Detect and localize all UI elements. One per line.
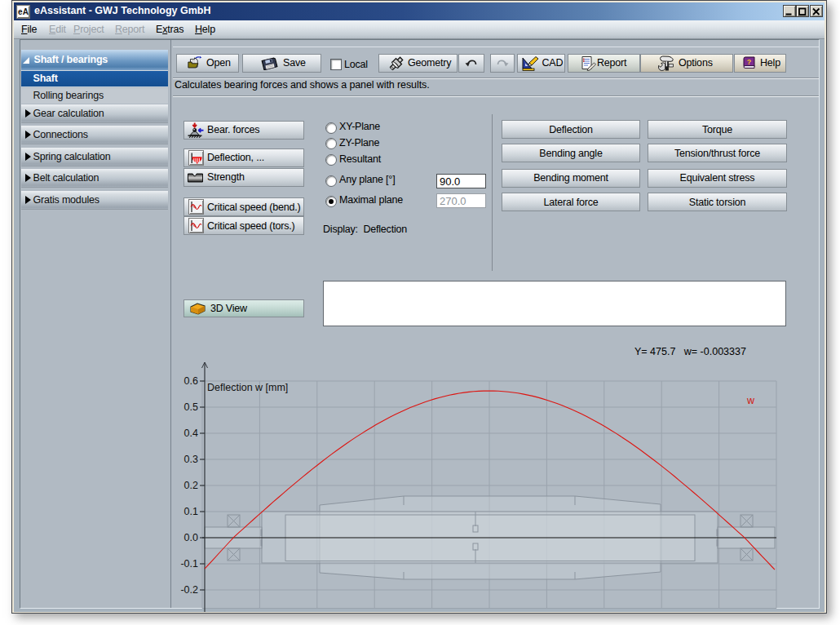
svg-text:0.0: 0.0 [184, 532, 198, 543]
svg-text:Deflection w [mm]: Deflection w [mm] [207, 382, 288, 393]
svg-text:0.3: 0.3 [184, 454, 198, 465]
svg-text:?: ? [747, 58, 751, 66]
svg-text:0.2: 0.2 [184, 480, 198, 491]
svg-text:-0.1: -0.1 [180, 558, 198, 570]
svg-text:0.4: 0.4 [184, 428, 198, 439]
svg-text:0.5: 0.5 [184, 401, 198, 413]
svg-text:0.6: 0.6 [184, 375, 198, 387]
svg-text:w: w [746, 395, 755, 406]
svg-text:-0.2: -0.2 [180, 584, 198, 596]
svg-text:0.1: 0.1 [184, 506, 198, 517]
